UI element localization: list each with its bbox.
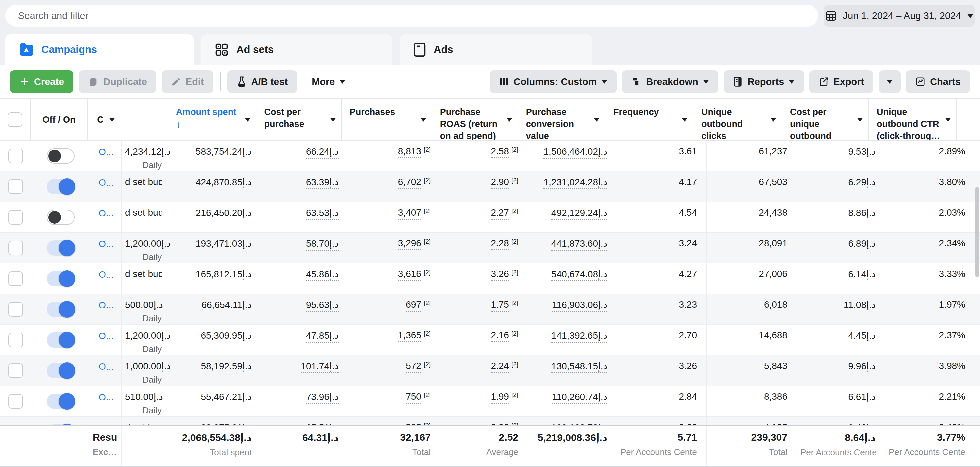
date-range-label: Jun 1, 2024 – Aug 31, 2024 xyxy=(843,10,961,21)
campaign-header[interactable]: C xyxy=(88,98,119,140)
unique-outbound-clicks-cell: 14,688 xyxy=(707,325,797,355)
search-input[interactable]: Search and filter xyxy=(5,5,818,27)
campaign-toggle[interactable] xyxy=(47,394,75,409)
unique-outbound-ctr-cell: 2.34% xyxy=(885,233,975,263)
purchases-cell: 572[2] xyxy=(348,355,440,386)
campaign-toggle[interactable] xyxy=(47,302,75,317)
row-toggle-cell xyxy=(31,202,90,232)
duplicate-button[interactable]: Duplicate xyxy=(79,70,156,93)
cost-per-unique-outbound-click-cell: 6.29د.إ xyxy=(797,172,885,202)
amount-spent-header[interactable]: Amount spent↓ xyxy=(168,98,256,140)
unique-outbound-ctr-cell: 2.03% xyxy=(885,202,975,232)
budget-cell: 1,000.00د.إDaily xyxy=(122,355,171,386)
campaign-name-link[interactable]: O... xyxy=(99,392,119,403)
amount-spent-cell: 28,075.91د.إ xyxy=(171,417,261,425)
campaign-name-link[interactable]: O... xyxy=(99,147,119,157)
campaign-toggle[interactable] xyxy=(47,240,75,256)
tab-ad-sets[interactable]: Ad sets xyxy=(201,34,392,65)
purchases-cell: 697[2] xyxy=(348,294,440,324)
campaign-name-link[interactable]: O... xyxy=(99,239,119,249)
campaign-name-link[interactable]: O... xyxy=(99,177,119,188)
breakdown-button[interactable]: Breakdown xyxy=(622,70,718,93)
unique-outbound-clicks-header[interactable]: Unique outbound clicks xyxy=(693,98,782,140)
purchase-roas-header[interactable]: Purchase ROAS (return on ad spend) xyxy=(432,98,518,140)
reports-button[interactable]: Reports xyxy=(724,70,804,93)
row-checkbox[interactable] xyxy=(8,302,23,317)
campaigns-table: Off / On C Amount spent↓ Cost per purcha… xyxy=(0,98,980,467)
campaign-name-link[interactable]: O... xyxy=(99,331,119,342)
campaign-toggle[interactable] xyxy=(47,179,75,194)
budget-cell: 4,234.12د.إDaily xyxy=(122,141,171,171)
chevron-down-icon xyxy=(339,79,345,84)
campaign-name-cell: O... xyxy=(90,294,122,324)
purchases-header[interactable]: Purchases xyxy=(342,98,432,140)
cost-per-purchase-cell: 66.24د.إ xyxy=(261,141,348,171)
cost-per-purchase-header[interactable]: Cost per purchase xyxy=(256,98,342,140)
export-button[interactable]: Export xyxy=(809,70,873,93)
frequency-cell: 4.54 xyxy=(617,202,707,232)
budget-cell: 500.00د.إDaily xyxy=(122,294,171,324)
ab-test-button[interactable]: A/B test xyxy=(228,70,298,93)
amount-spent-cell: 583,754.24د.إ xyxy=(171,141,261,171)
unique-outbound-ctr-cell: 2.37% xyxy=(885,325,975,355)
edit-button[interactable]: Edit xyxy=(162,70,213,93)
create-button[interactable]: Create xyxy=(10,70,73,93)
top-bar: Search and filter Jun 1, 2024 – Aug 31, … xyxy=(5,5,975,27)
scrollbar-gutter xyxy=(957,98,980,140)
chevron-down-icon xyxy=(857,118,863,122)
scrollbar-gutter xyxy=(975,355,980,386)
conversion-value-cell: 540,674.08د.إ xyxy=(528,263,617,294)
cost-per-unique-outbound-click-header[interactable]: Cost per unique outbound click xyxy=(782,98,869,140)
row-checkbox[interactable] xyxy=(8,394,23,409)
purchases-cell: 3,407[2] xyxy=(348,202,440,232)
campaign-toggle[interactable] xyxy=(47,363,75,378)
vertical-scrollbar-thumb[interactable] xyxy=(975,187,979,277)
row-toggle-cell xyxy=(31,325,90,355)
row-checkbox[interactable] xyxy=(8,271,23,286)
table-row: O...4,234.12د.إDaily583,754.24د.إ66.24د.… xyxy=(0,141,980,172)
charts-button[interactable]: Charts xyxy=(906,70,970,93)
campaign-name-cell: O... xyxy=(90,233,122,263)
sort-desc-icon: ↓ xyxy=(176,119,241,131)
toggle-knob xyxy=(59,270,75,287)
budget-header[interactable] xyxy=(119,98,168,140)
row-checkbox[interactable] xyxy=(8,149,23,163)
chevron-down-icon xyxy=(109,118,115,122)
conversion-value-cell: 1,506,464.02د.إ xyxy=(528,141,617,171)
campaign-name-link[interactable]: O... xyxy=(99,269,119,280)
campaign-name-link[interactable]: O... xyxy=(99,208,119,219)
row-checkbox[interactable] xyxy=(8,363,23,378)
campaign-toggle[interactable] xyxy=(47,148,75,164)
row-checkbox[interactable] xyxy=(8,241,23,255)
campaign-name-cell: O... xyxy=(90,172,122,202)
frequency-header[interactable]: Frequency xyxy=(605,98,693,140)
campaign-toggle[interactable] xyxy=(47,332,75,348)
more-actions-dropdown-button[interactable] xyxy=(879,70,900,93)
campaign-name-link[interactable]: O... xyxy=(99,423,119,425)
row-checkbox[interactable] xyxy=(8,333,23,347)
campaign-name-link[interactable]: O... xyxy=(99,300,119,311)
purchase-conversion-value-header[interactable]: Purchase conversion value xyxy=(518,98,605,140)
more-button[interactable]: More xyxy=(302,70,355,93)
chevron-down-icon xyxy=(682,118,688,122)
tab-ads-label: Ads xyxy=(434,44,453,56)
cost-per-unique-outbound-click-cell: 6.14د.إ xyxy=(797,263,885,294)
tab-campaigns[interactable]: Campaigns xyxy=(5,34,194,65)
row-checkbox[interactable] xyxy=(8,210,23,225)
table-row: O...1,000.00د.إDaily58,192.59د.إ101.74د.… xyxy=(0,355,980,386)
campaign-toggle[interactable] xyxy=(47,271,75,286)
row-select-cell xyxy=(0,172,31,202)
conversion-value-cell: 116,903.06د.إ xyxy=(528,294,617,324)
table-row: O...d set bud…424,870.85د.إ63.39د.إ6,702… xyxy=(0,172,980,202)
toggle-knob xyxy=(59,301,75,318)
row-checkbox[interactable] xyxy=(8,179,23,194)
campaign-name-link[interactable]: O... xyxy=(99,361,119,372)
campaign-name-cell: O... xyxy=(90,417,122,425)
tab-ads[interactable]: Ads xyxy=(400,34,592,65)
select-all-checkbox[interactable] xyxy=(8,112,22,127)
campaign-toggle[interactable] xyxy=(47,210,75,225)
unique-outbound-ctr-header[interactable]: Unique outbound CTR (click-throug… xyxy=(869,98,957,140)
date-range-button[interactable]: Jun 1, 2024 – Aug 31, 2024 xyxy=(824,5,975,27)
columns-button[interactable]: Columns: Custom xyxy=(490,70,617,93)
row-select-cell xyxy=(0,355,31,386)
